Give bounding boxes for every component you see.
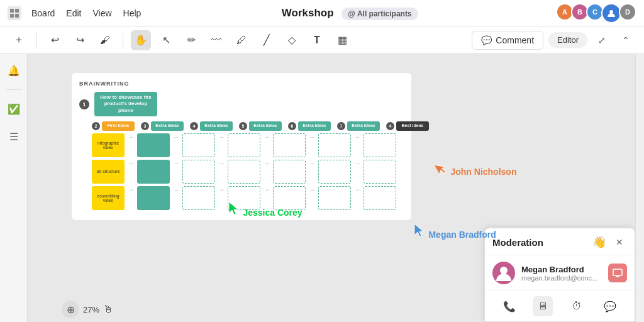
cell-2-6	[318, 160, 351, 184]
mod-user-email: megan.bradford@conc...	[521, 274, 602, 282]
redo-button[interactable]: ↪	[70, 30, 90, 50]
cell-1-4	[228, 133, 260, 157]
moderation-toolbar: 📞 🖥 ⏱ 💬	[485, 291, 635, 321]
cursor-tool-button[interactable]: ↖	[156, 30, 176, 50]
mod-user-name: Megan Bradford	[521, 265, 602, 274]
editor-button[interactable]: Editor	[548, 32, 587, 48]
table-tool-button[interactable]: ▦	[332, 30, 352, 50]
menu-bar: Board Edit View Help Workshop @ All part…	[0, 0, 644, 26]
chat-icon[interactable]: 💬	[600, 296, 620, 316]
svg-point-8	[500, 267, 508, 274]
col5-circle: 5	[239, 122, 247, 130]
mod-user-info: Megan Bradford megan.bradford@conc...	[521, 265, 602, 282]
comment-icon: 💬	[481, 35, 492, 45]
timer-icon[interactable]: ⏱	[567, 296, 587, 316]
pen-tool-button[interactable]: ✏	[181, 30, 201, 50]
col2-circle: 2	[92, 122, 100, 130]
expand-button[interactable]: ⤢	[592, 31, 611, 50]
phone-icon[interactable]: 📞	[499, 296, 519, 316]
moderation-header: Moderation 👋 ✕	[485, 228, 635, 255]
check-circle-icon[interactable]: ✅	[5, 100, 23, 118]
app-icon	[8, 6, 21, 20]
col4-circle: 4	[190, 122, 198, 130]
cell-1-6	[318, 133, 351, 157]
col-extra2: Extra Ideas	[200, 121, 233, 130]
text-tool-button[interactable]: T	[307, 30, 327, 50]
cell-1-1: infographic video	[92, 133, 125, 157]
workshop-title: Workshop @ All participants	[151, 7, 548, 19]
mod-screen-button[interactable]	[608, 264, 627, 282]
divider-2	[123, 33, 123, 48]
col-extra1: Extra Ideas	[151, 121, 184, 130]
avatar-5: D	[619, 3, 636, 21]
comment-button[interactable]: 💬 Comment	[472, 31, 543, 50]
svg-rect-0	[10, 9, 14, 13]
col-best-ideas: Best Ideas	[396, 121, 429, 130]
svg-marker-5	[229, 202, 238, 214]
col6-circle: 6	[288, 122, 296, 130]
col-extra4: Extra Ideas	[298, 121, 331, 130]
cell-3-7	[364, 186, 396, 210]
hand-tool-button[interactable]: ✋	[131, 30, 151, 50]
row-1: infographic video → → → → → →	[79, 133, 404, 157]
cell-1-2	[137, 133, 170, 157]
moderation-actions: 👋 ✕	[592, 235, 627, 250]
board-label: BRAINWRITING	[79, 80, 404, 87]
zoom-in-button[interactable]: ⊕	[62, 301, 79, 318]
moderation-panel: Moderation 👋 ✕ Megan Bradford megan.brad…	[484, 228, 635, 322]
moderation-user: Megan Bradford megan.bradford@conc...	[485, 255, 635, 291]
svg-rect-2	[10, 14, 14, 18]
lasso-tool-button[interactable]: 〰	[206, 30, 226, 50]
cell-2-3	[182, 160, 215, 184]
cell-3-6	[318, 186, 351, 210]
zoom-value: 27%	[83, 305, 99, 314]
mod-user-avatar	[492, 262, 515, 284]
bell-icon[interactable]: 🔔	[5, 62, 23, 79]
step1-row: 1 How to showcase the product's develop …	[79, 92, 404, 116]
toolbar: ＋ ↩ ↪ 🖌 ✋ ↖ ✏ 〰 🖊 ╱ ◇ T ▦ 💬 Comment Edit…	[0, 26, 644, 54]
list-icon[interactable]: ☰	[5, 128, 23, 145]
cursor-megan: Megan Bradford	[414, 224, 496, 240]
col-extra3: Extra Ideas	[249, 121, 282, 130]
line-tool-button[interactable]: ╱	[257, 30, 277, 50]
close-moderation-button[interactable]: ✕	[612, 235, 627, 250]
cell-2-2	[137, 160, 170, 184]
cell-2-5	[273, 160, 306, 184]
step1-circle: 1	[79, 99, 89, 109]
participants-badge: @ All participants	[341, 8, 418, 20]
col-first-ideas: First Ideas	[102, 121, 135, 130]
cell-2-4	[228, 160, 260, 184]
format-brush-button[interactable]: 🖌	[95, 30, 115, 50]
menu-view[interactable]: View	[92, 8, 111, 18]
col3-circle: 3	[141, 122, 149, 130]
right-panel	[635, 54, 644, 322]
cursor-jessica-label: Jessica Corey	[243, 208, 302, 218]
left-sidebar: 🔔 ✅ ☰	[0, 54, 28, 322]
cursor-john: John Nicholson	[436, 161, 516, 177]
cell-1-3	[182, 133, 215, 157]
collapse-button[interactable]: ⌃	[616, 31, 635, 50]
shape-tool-button[interactable]: ◇	[282, 30, 302, 50]
menu-board[interactable]: Board	[31, 8, 55, 18]
canvas[interactable]: BRAINWRITING 1 How to showcase the produ…	[28, 54, 635, 322]
add-button[interactable]: ＋	[9, 30, 29, 50]
menu-edit[interactable]: Edit	[66, 8, 81, 18]
cell-1-7	[364, 133, 396, 157]
cell-3-3	[182, 186, 215, 210]
cell-2-1: 3d structure	[92, 160, 125, 184]
cursor-john-label: John Nicholson	[450, 167, 516, 177]
brainwriting-board: BRAINWRITING 1 How to showcase the produ…	[72, 73, 411, 220]
undo-button[interactable]: ↩	[45, 30, 65, 50]
sidebar-divider	[6, 89, 21, 90]
avatar-group: A B C D	[558, 3, 636, 23]
svg-marker-6	[434, 160, 448, 175]
screen-share-icon[interactable]: 🖥	[533, 296, 553, 316]
col8-circle: 4	[386, 122, 394, 130]
bottom-zoom: ⊕ 27% 🖱	[62, 301, 113, 318]
brush-tool-button[interactable]: 🖊	[231, 30, 252, 50]
menu-items: Board Edit View Help	[31, 8, 141, 18]
zoom-cursor-icon: 🖱	[103, 304, 113, 315]
cell-1-5	[273, 133, 306, 157]
svg-rect-1	[15, 9, 19, 13]
menu-help[interactable]: Help	[123, 8, 142, 18]
